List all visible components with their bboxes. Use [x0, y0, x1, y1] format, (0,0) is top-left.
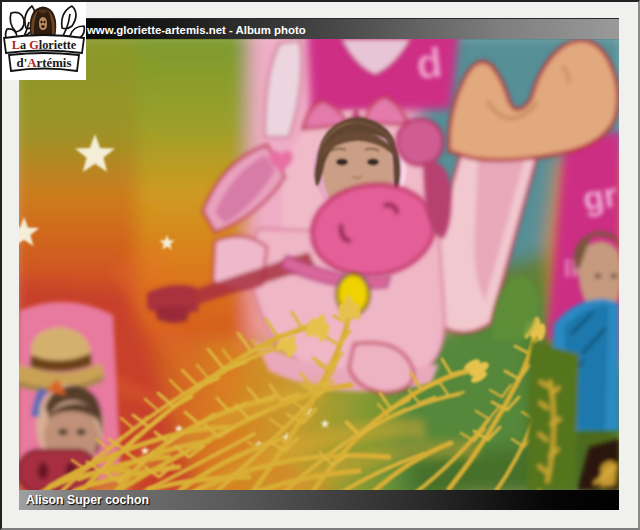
- svg-text:gr: gr: [580, 175, 619, 218]
- svg-text:d'Artémis: d'Artémis: [17, 56, 72, 70]
- svg-text:d: d: [414, 39, 444, 88]
- svg-text:​La Gloriette: ​La Gloriette: [12, 38, 77, 52]
